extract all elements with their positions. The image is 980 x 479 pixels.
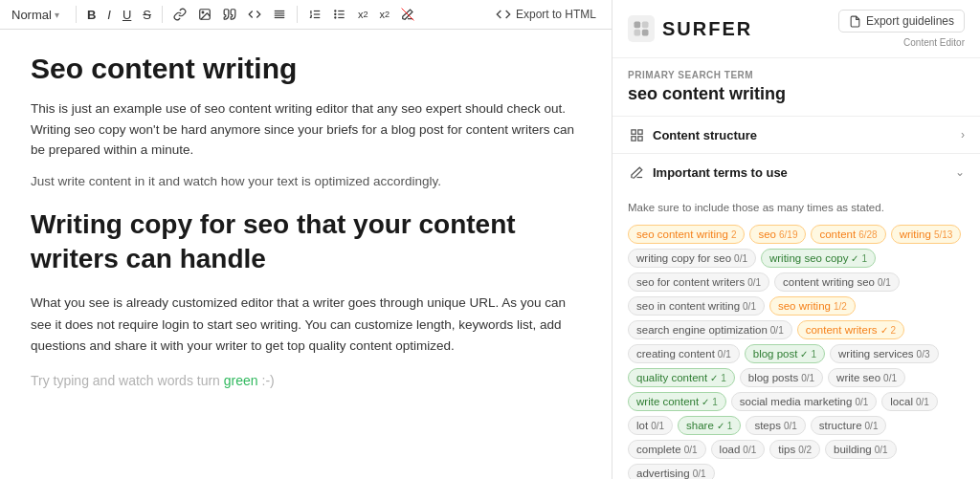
term-tag[interactable]: steps 0/1 xyxy=(746,416,805,435)
important-terms-icon xyxy=(628,163,645,181)
export-guidelines-button[interactable]: Export guidelines xyxy=(838,10,965,33)
typing-hint-text: Try typing and watch words turn xyxy=(31,373,224,388)
svg-point-1 xyxy=(202,11,204,13)
format-select[interactable]: Normal ▾ xyxy=(8,6,63,24)
term-tag[interactable]: advertising 0/1 xyxy=(628,464,715,479)
term-tag[interactable]: writing services 0/3 xyxy=(830,344,939,363)
left-panel: Normal ▾ B I U S x2 x2 xyxy=(0,0,612,479)
term-score: 0/1 xyxy=(855,397,868,407)
subscript-button[interactable]: x2 xyxy=(354,6,372,23)
doc-title: Seo content writing xyxy=(31,53,581,85)
italic-button[interactable]: I xyxy=(103,5,115,25)
surfer-wordmark: SURFER xyxy=(662,18,752,40)
right-panel: SURFER Export guidelines Content Editor … xyxy=(612,0,980,479)
term-tag[interactable]: share ✓ 1 xyxy=(678,416,741,435)
clear-icon xyxy=(401,8,414,21)
term-tag[interactable]: seo writing 1/2 xyxy=(769,296,856,316)
strikethrough-button[interactable]: S xyxy=(139,5,155,25)
term-score: 0/2 xyxy=(798,445,812,455)
term-score: 0/1 xyxy=(875,445,888,455)
unordered-list-button[interactable] xyxy=(329,5,350,24)
export-html-label: Export to HTML xyxy=(516,8,596,21)
term-tag[interactable]: quality content ✓ 1 xyxy=(628,368,735,387)
important-terms-header[interactable]: Important terms to use ⌄ xyxy=(612,154,980,190)
export-guidelines-label: Export guidelines xyxy=(866,14,954,28)
check-icon: ✓ xyxy=(800,349,808,359)
term-tag[interactable]: blog posts 0/1 xyxy=(740,368,823,387)
term-score: 2 xyxy=(891,325,897,336)
ordered-list-button[interactable] xyxy=(304,5,325,24)
term-tag[interactable]: lot 0/1 xyxy=(628,416,673,435)
term-tag[interactable]: creating content 0/1 xyxy=(628,344,740,363)
term-tag[interactable]: building 0/1 xyxy=(825,440,897,459)
check-icon: ✓ xyxy=(717,421,724,431)
doc-subtext: Just write content in it and watch how y… xyxy=(31,174,581,188)
term-tag[interactable]: content 6/28 xyxy=(811,225,885,244)
term-score: 0/1 xyxy=(684,445,698,455)
export-guidelines-icon xyxy=(849,15,861,28)
term-tag[interactable]: complete 0/1 xyxy=(628,440,706,459)
term-tag[interactable]: content writers ✓ 2 xyxy=(797,320,904,339)
term-tag[interactable]: search engine optimization 0/1 xyxy=(628,320,792,339)
term-score: 0/1 xyxy=(770,325,784,336)
important-terms-title: Important terms to use xyxy=(653,165,788,180)
svg-rect-17 xyxy=(642,22,649,29)
svg-rect-20 xyxy=(631,129,635,133)
editor-area[interactable]: Seo content writing This is just an exam… xyxy=(0,30,612,479)
term-tag[interactable]: writing 5/13 xyxy=(891,225,962,244)
svg-rect-18 xyxy=(635,30,641,36)
svg-point-12 xyxy=(335,11,336,11)
term-tag[interactable]: writing seo copy ✓ 1 xyxy=(761,249,876,268)
term-score: 0/1 xyxy=(734,253,747,264)
term-tag[interactable]: seo 6/19 xyxy=(749,225,806,244)
term-score: 0/1 xyxy=(651,421,664,431)
check-icon: ✓ xyxy=(880,325,888,336)
term-score: 0/1 xyxy=(878,277,891,288)
surfer-logo-svg xyxy=(632,19,651,38)
quote-button[interactable] xyxy=(219,5,240,24)
align-button[interactable] xyxy=(269,5,290,24)
term-tag[interactable]: structure 0/1 xyxy=(811,416,887,435)
term-tag[interactable]: load 0/1 xyxy=(711,440,766,459)
clear-format-button[interactable] xyxy=(397,5,418,24)
content-structure-arrow: › xyxy=(961,128,965,142)
term-tag[interactable]: tips 0/2 xyxy=(769,440,820,459)
surfer-header: SURFER Export guidelines Content Editor xyxy=(612,0,980,58)
term-tag[interactable]: social media marketing 0/1 xyxy=(731,392,878,411)
check-icon: ✓ xyxy=(702,397,709,407)
doc-heading: Writing copy for seo that your content w… xyxy=(31,207,581,277)
content-structure-header[interactable]: Content structure › xyxy=(612,117,980,154)
term-tag[interactable]: seo for content writers 0/1 xyxy=(628,272,769,292)
superscript-button[interactable]: x2 xyxy=(376,6,394,23)
underline-button[interactable]: U xyxy=(119,5,135,25)
doc-body-1: This is just an example use of seo conte… xyxy=(31,98,581,161)
export-html-button[interactable]: Export to HTML xyxy=(488,4,604,25)
image-button[interactable] xyxy=(194,5,215,24)
term-tag[interactable]: content writing seo 0/1 xyxy=(774,272,900,292)
content-structure-title: Content structure xyxy=(653,128,757,142)
align-icon xyxy=(273,8,286,21)
svg-rect-21 xyxy=(637,129,641,133)
term-score: 1 xyxy=(721,373,726,383)
term-score: 1/2 xyxy=(834,301,847,312)
doc-para-1: What you see is already customized edito… xyxy=(31,293,581,359)
term-tag[interactable]: blog post ✓ 1 xyxy=(745,344,825,363)
term-tag[interactable]: writing copy for seo 0/1 xyxy=(628,249,756,268)
ul-icon xyxy=(333,8,346,21)
bold-button[interactable]: B xyxy=(83,5,100,25)
code-icon xyxy=(248,8,261,21)
term-tag[interactable]: seo content writing 2 xyxy=(628,225,745,244)
surfer-subtitle: Content Editor xyxy=(903,37,965,48)
typing-hint-smiley: :-) xyxy=(258,373,275,388)
term-tag[interactable]: seo in content writing 0/1 xyxy=(628,296,765,316)
important-terms-header-left: Important terms to use xyxy=(628,163,788,181)
ol-icon xyxy=(308,8,322,21)
terms-grid: seo content writing 2 seo 6/19 content 6… xyxy=(628,225,965,479)
term-tag[interactable]: local 0/1 xyxy=(881,392,938,411)
term-score: 0/1 xyxy=(747,277,761,288)
term-score: 0/1 xyxy=(743,445,756,455)
code-button[interactable] xyxy=(244,5,265,24)
link-button[interactable] xyxy=(169,5,190,24)
term-tag[interactable]: write seo 0/1 xyxy=(828,368,905,387)
term-tag[interactable]: write content ✓ 1 xyxy=(628,392,726,411)
